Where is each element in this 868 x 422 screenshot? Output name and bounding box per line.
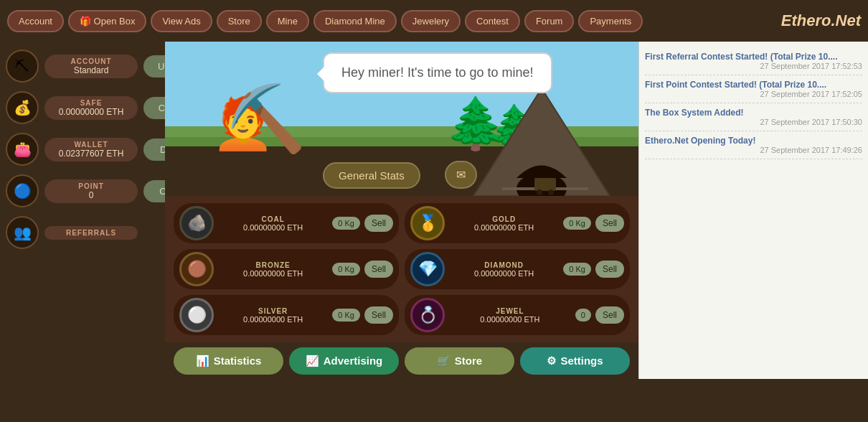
silver-kg: 0 Kg: [332, 309, 360, 322]
mail-icon: ✉: [456, 169, 466, 181]
nav-payments[interactable]: Payments: [578, 10, 643, 32]
settings-label: Settings: [560, 355, 603, 367]
brand-logo: Ethero.Net: [781, 11, 861, 30]
general-stats-button[interactable]: General Stats: [323, 162, 420, 189]
gold-amount: 0.00000000 ETH: [449, 223, 559, 232]
account-icon: ⛏: [6, 50, 39, 83]
tab-advertising[interactable]: 📈 Advertising: [289, 347, 399, 375]
nav-account[interactable]: Account: [7, 10, 64, 32]
coal-row: 🪨 COAL 0.00000000 ETH 0 Kg Sell: [174, 203, 399, 243]
wallet-info: WALLET 0.02377607 ETH: [44, 138, 138, 161]
advertising-label: Advertising: [324, 355, 383, 367]
safe-info: SAFE 0.00000000 ETH: [44, 96, 138, 120]
nav-mine[interactable]: Mine: [266, 10, 309, 32]
nav-diamond-mine[interactable]: Diamond Mine: [313, 10, 397, 32]
tab-store[interactable]: 🛒 Store: [405, 347, 514, 375]
point-value: 0: [56, 190, 126, 200]
news-item-0[interactable]: First Referral Contest Started! (Total P…: [645, 47, 862, 75]
statistics-label: Statistics: [214, 355, 262, 367]
nav-contest[interactable]: Contest: [465, 10, 520, 32]
coal-amount: 0.00000000 ETH: [218, 223, 328, 232]
bronze-kg: 0 Kg: [332, 263, 360, 276]
tab-statistics[interactable]: 📊 Statistics: [174, 347, 283, 375]
account-label: ACCOUNT: [56, 57, 126, 65]
main-content: ⛏ ACCOUNT Standard Upgrade 💰 SAFE 0.0000…: [0, 42, 868, 379]
gift-icon: 🎁: [80, 16, 91, 27]
miner-figure: ⛏️: [226, 81, 306, 156]
news-title-3: Ethero.Net Opening Today!: [645, 136, 862, 146]
statistics-icon: 📊: [196, 355, 209, 367]
gold-row: 🥇 GOLD 0.00000000 ETH 0 Kg Sell: [405, 203, 630, 243]
diamond-sell-button[interactable]: Sell: [595, 261, 624, 278]
top-nav: Account 🎁 Open Box View Ads Store Mine D…: [0, 0, 868, 42]
point-row: 🔵 POINT 0 Convert: [6, 172, 159, 210]
news-date-3: 27 September 2017 17:49:26: [645, 146, 862, 154]
svg-rect-3: [534, 178, 556, 191]
gold-kg: 0 Kg: [563, 217, 591, 230]
bronze-info: BRONZE 0.00000000 ETH: [218, 261, 328, 278]
jewel-icon: 💍: [410, 298, 445, 332]
nav-view-ads[interactable]: View Ads: [151, 10, 212, 32]
account-info: ACCOUNT Standard: [44, 55, 138, 78]
referrals-label: REFERRALS: [56, 229, 126, 237]
silver-icon: ⚪: [179, 298, 214, 332]
news-date-2: 27 September 2017 17:50:30: [645, 118, 862, 126]
wallet-icon: 👛: [6, 133, 39, 166]
gold-sell-button[interactable]: Sell: [595, 215, 624, 232]
nav-store[interactable]: Store: [217, 10, 262, 32]
tab-settings[interactable]: ⚙ Settings: [520, 347, 630, 375]
safe-row: 💰 SAFE 0.00000000 ETH Cashout: [6, 89, 159, 126]
referrals-icon: 👥: [6, 216, 39, 249]
coal-sell-button[interactable]: Sell: [364, 215, 393, 232]
news-item-2[interactable]: The Box System Added! 27 September 2017 …: [645, 103, 862, 131]
coal-kg: 0 Kg: [332, 217, 360, 230]
nav-open-box[interactable]: 🎁 Open Box: [68, 10, 146, 32]
store-label: Store: [455, 355, 482, 367]
silver-amount: 0.00000000 ETH: [218, 315, 328, 324]
nav-forum[interactable]: Forum: [524, 10, 575, 32]
jewel-sell-button[interactable]: Sell: [595, 306, 624, 324]
diamond-row: 💎 DIAMOND 0.00000000 ETH 0 Kg Sell: [405, 249, 630, 289]
scene-panel: Hey miner! It's time to go to mine! ⛏️ 🧑…: [165, 42, 638, 196]
store-icon: 🛒: [437, 355, 450, 367]
diamond-amount: 0.00000000 ETH: [449, 269, 559, 278]
bottom-tabs: 📊 Statistics 📈 Advertising 🛒 Store ⚙ Set…: [165, 342, 638, 379]
speech-bubble: Hey miner! It's time to go to mine!: [323, 52, 552, 93]
diamond-kg: 0 Kg: [563, 263, 591, 276]
wallet-value: 0.02377607 ETH: [56, 149, 126, 159]
bronze-icon: 🟤: [179, 252, 214, 286]
diamond-info: DIAMOND 0.00000000 ETH: [449, 261, 559, 278]
point-icon: 🔵: [6, 174, 39, 207]
wallet-row: 👛 WALLET 0.02377607 ETH Deposit: [6, 131, 159, 168]
news-title-2: The Box System Added!: [645, 108, 862, 118]
silver-sell-button[interactable]: Sell: [364, 306, 393, 324]
gold-icon: 🥇: [410, 206, 445, 240]
silver-info: SILVER 0.00000000 ETH: [218, 307, 328, 324]
jewel-amount: 0.00000000 ETH: [449, 315, 571, 324]
coal-name: COAL: [218, 215, 328, 223]
point-info: POINT 0: [44, 179, 138, 203]
jewel-name: JEWEL: [449, 307, 571, 315]
mail-button[interactable]: ✉: [445, 161, 477, 189]
center-panel: Hey miner! It's time to go to mine! ⛏️ 🧑…: [165, 42, 638, 379]
safe-icon: 💰: [6, 91, 39, 124]
news-date-0: 27 September 2017 17:52:53: [645, 62, 862, 70]
news-title-0: First Referral Contest Started! (Total P…: [645, 52, 862, 62]
news-item-1[interactable]: First Point Contest Started! (Total Priz…: [645, 75, 862, 103]
news-item-3[interactable]: Ethero.Net Opening Today! 27 September 2…: [645, 131, 862, 159]
bronze-sell-button[interactable]: Sell: [364, 261, 393, 278]
svg-point-4: [537, 189, 542, 195]
news-date-1: 27 September 2017 17:52:05: [645, 90, 862, 98]
wallet-label: WALLET: [56, 141, 126, 149]
coal-info: COAL 0.00000000 ETH: [218, 215, 328, 232]
svg-point-5: [548, 189, 554, 195]
resources-grid: 🪨 COAL 0.00000000 ETH 0 Kg Sell 🥇 GOLD 0…: [165, 196, 638, 342]
bronze-name: BRONZE: [218, 261, 328, 269]
advertising-icon: 📈: [306, 355, 319, 367]
left-sidebar: ⛏ ACCOUNT Standard Upgrade 💰 SAFE 0.0000…: [0, 42, 165, 379]
referrals-row: 👥 REFERRALS: [6, 214, 159, 251]
safe-value: 0.00000000 ETH: [56, 107, 126, 117]
referrals-info: REFERRALS: [44, 226, 138, 240]
jewel-row: 💍 JEWEL 0.00000000 ETH 0 Sell: [405, 295, 630, 335]
nav-jewelery[interactable]: Jewelery: [401, 10, 461, 32]
